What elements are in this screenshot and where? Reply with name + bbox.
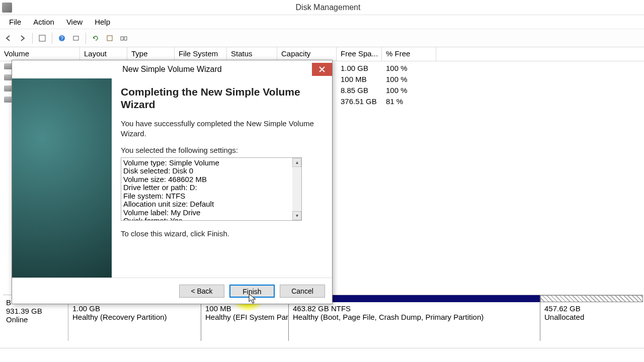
menu-action[interactable]: Action [27, 16, 60, 28]
menu-help[interactable]: Help [89, 16, 116, 28]
menu-bar: File Action View Help [0, 15, 644, 29]
svg-rect-4 [107, 36, 112, 41]
table-row[interactable]: 376.51 GB 81 % [337, 96, 407, 107]
part-status: Unallocated [544, 313, 639, 321]
close-button[interactable] [312, 63, 332, 76]
wizard-text-1: You have successfully completed the New … [121, 119, 320, 138]
cell-pctfree: 100 % [382, 64, 412, 72]
window-title: Disk Management [12, 3, 644, 12]
table-row[interactable]: 8.85 GB 100 % [337, 84, 412, 96]
toolbar-separator [32, 33, 33, 44]
toolbar-separator [52, 33, 52, 44]
toolbar-separator [86, 33, 86, 44]
part-size: 457.62 GB [544, 304, 639, 313]
toolbar-btn-5[interactable] [103, 32, 116, 45]
svg-rect-3 [73, 36, 78, 40]
toolbar-btn-1[interactable] [36, 32, 49, 45]
toolbar: ? [0, 29, 644, 47]
part-status: Healthy (Recovery Partition) [72, 313, 197, 321]
table-row[interactable]: 1.00 GB 100 % [337, 62, 412, 73]
disk-status: Online [6, 315, 65, 324]
setting-line: Volume label: My Drive [123, 209, 299, 217]
cell-freespace: 1.00 GB [337, 64, 382, 72]
setting-line: File system: NTFS [123, 192, 299, 201]
close-icon [319, 66, 325, 72]
help-icon-button[interactable]: ? [55, 32, 68, 45]
part-status: Healthy (EFI System Par [205, 313, 284, 321]
settings-content: Volume type: Simple Volume Disk selected… [121, 158, 301, 221]
wizard-text-3: To close this wizard, click Finish. [121, 229, 320, 239]
col-filesystem[interactable]: File System [175, 47, 227, 61]
finish-button[interactable]: Finish [229, 285, 275, 298]
wizard-footer: < Back Finish Cancel [12, 278, 332, 304]
cell-freespace: 376.51 GB [337, 97, 382, 106]
refresh-button[interactable] [89, 32, 102, 45]
menu-file[interactable]: File [3, 16, 27, 28]
wizard-dialog: New Simple Volume Wizard Completing the … [12, 60, 333, 304]
svg-rect-0 [39, 35, 45, 41]
part-status: Healthy (Boot, Page File, Crash Dump, Pr… [293, 313, 536, 321]
wizard-content: Completing the New Simple Volume Wizard … [112, 78, 332, 278]
svg-text:?: ? [60, 36, 63, 41]
part-size: 463.82 GB NTFS [293, 304, 536, 313]
disk-size: 931.39 GB [6, 307, 65, 315]
scrollbar[interactable]: ▴ ▾ [292, 158, 301, 220]
forward-button[interactable] [16, 32, 29, 45]
menu-view[interactable]: View [60, 16, 89, 28]
cell-pctfree: 100 % [382, 75, 412, 83]
scroll-up-icon[interactable]: ▴ [292, 158, 301, 167]
partition-unallocated[interactable]: 457.62 GB Unallocated [540, 295, 643, 341]
wizard-titlebar[interactable]: New Simple Volume Wizard [12, 60, 332, 78]
setting-line: Volume size: 468602 MB [123, 175, 299, 184]
svg-rect-6 [124, 37, 127, 40]
scroll-down-icon[interactable]: ▾ [292, 211, 301, 220]
toolbar-btn-6[interactable] [117, 32, 130, 45]
wizard-title: New Simple Volume Wizard [12, 65, 312, 74]
col-type[interactable]: Type [127, 47, 175, 61]
cell-freespace: 8.85 GB [337, 86, 382, 95]
cancel-button[interactable]: Cancel [280, 285, 325, 298]
part-size: 100 MB [205, 304, 284, 313]
back-button[interactable]: < Back [179, 285, 224, 298]
column-header-row: Volume Layout Type File System Status Ca… [0, 47, 644, 61]
setting-line: Volume type: Simple Volume [123, 159, 299, 167]
col-pctfree[interactable]: % Free [382, 47, 436, 61]
setting-line: Disk selected: Disk 0 [123, 167, 299, 175]
setting-line: Drive letter or path: D: [123, 184, 299, 192]
toolbar-btn-3[interactable] [69, 32, 83, 45]
app-icon [2, 3, 12, 13]
wizard-sidebar-image [12, 78, 112, 278]
cell-freespace: 100 MB [337, 75, 382, 83]
partition-bar [540, 295, 643, 302]
cell-pctfree: 81 % [382, 97, 407, 106]
part-size: 1.00 GB [72, 304, 197, 313]
col-layout[interactable]: Layout [80, 47, 127, 61]
col-volume[interactable]: Volume [0, 47, 80, 61]
status-bar [0, 348, 644, 362]
col-capacity[interactable]: Capacity [277, 47, 337, 61]
wizard-heading: Completing the New Simple Volume Wizard [121, 85, 320, 111]
settings-listbox[interactable]: Volume type: Simple Volume Disk selected… [121, 157, 302, 221]
back-button[interactable] [2, 32, 15, 45]
setting-line: Quick format: Yes [123, 217, 299, 221]
cell-pctfree: 100 % [382, 86, 412, 95]
col-status[interactable]: Status [227, 47, 277, 61]
setting-line: Allocation unit size: Default [123, 200, 299, 209]
table-row[interactable]: 100 MB 100 % [337, 73, 412, 84]
svg-rect-5 [121, 37, 123, 40]
wizard-text-2: You selected the following settings: [121, 145, 320, 155]
col-freespace[interactable]: Free Spa... [337, 47, 382, 61]
window-titlebar: Disk Management [0, 0, 644, 15]
